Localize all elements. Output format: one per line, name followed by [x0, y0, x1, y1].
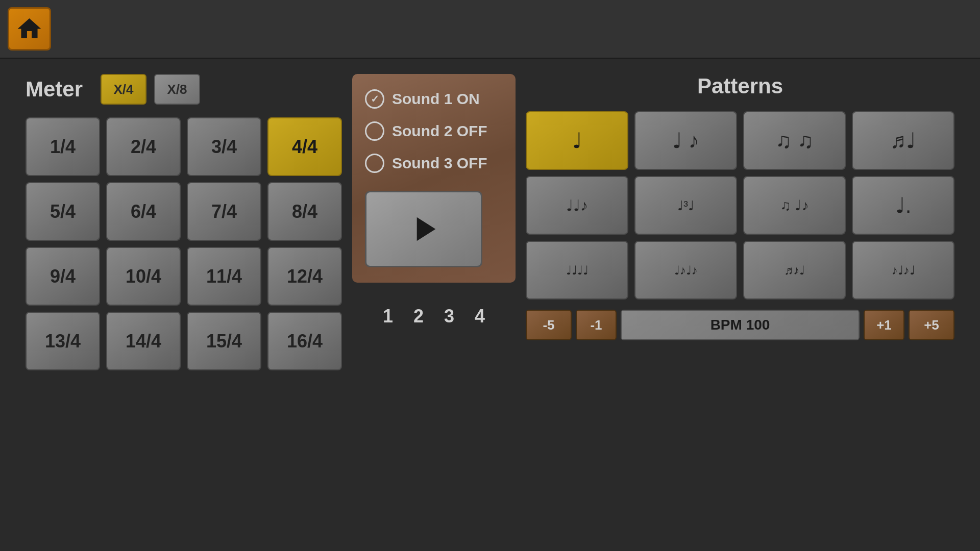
- pattern-note-10: ♩♪♩♪: [674, 264, 698, 277]
- pattern-note-4: ♬♩: [890, 130, 917, 152]
- meter-cell-13-4[interactable]: 13/4: [26, 312, 100, 370]
- sound-panel: Sound 1 ON Sound 2 OFF Sound 3 OFF: [352, 74, 516, 283]
- meter-cell-16-4[interactable]: 16/4: [267, 312, 342, 370]
- pattern-note-8: ♩.: [895, 195, 912, 216]
- home-button[interactable]: [8, 7, 51, 51]
- meter-cell-10-4[interactable]: 10/4: [106, 247, 181, 306]
- main-content: Meter X/4 X/8 1/4 2/4 3/4 4/4 5/4 6/4 7/…: [0, 59, 980, 551]
- page-4[interactable]: 4: [475, 306, 485, 327]
- bpm-minus5-button[interactable]: -5: [526, 310, 572, 340]
- page-1[interactable]: 1: [383, 306, 393, 327]
- meter-cell-15-4[interactable]: 15/4: [187, 312, 261, 370]
- sound-3-option[interactable]: Sound 3 OFF: [365, 154, 503, 173]
- page-numbers: 1 2 3 4: [383, 306, 485, 327]
- pattern-cell-11[interactable]: ♬♪♩: [743, 241, 846, 299]
- meter-title: Meter: [26, 77, 83, 102]
- pattern-note-5: ♩♩♪: [566, 198, 588, 213]
- pattern-note-2: ♩ ♪: [672, 130, 699, 152]
- pattern-cell-8[interactable]: ♩.: [852, 176, 954, 235]
- pattern-cell-10[interactable]: ♩♪♩♪: [634, 241, 737, 299]
- sound-1-radio[interactable]: [365, 89, 384, 109]
- home-icon: [15, 15, 43, 43]
- meter-header: Meter X/4 X/8: [26, 74, 342, 105]
- meter-cell-9-4[interactable]: 9/4: [26, 247, 100, 306]
- patterns-panel: Patterns ♩ ♩ ♪ ♫ ♫ ♬♩ ♩♩♪ ♩³♩ ♫: [526, 74, 954, 536]
- sound-2-radio[interactable]: [365, 121, 384, 141]
- pattern-cell-7[interactable]: ♫ ♩♪: [743, 176, 846, 235]
- meter-cell-11-4[interactable]: 11/4: [187, 247, 261, 306]
- pattern-note-6: ♩³♩: [677, 199, 694, 212]
- pattern-note-7: ♫ ♩♪: [780, 198, 809, 213]
- meter-x4-button[interactable]: X/4: [101, 74, 146, 105]
- pattern-note-1: ♩: [572, 130, 582, 152]
- bpm-display: BPM 100: [621, 310, 860, 340]
- meter-cell-2-4[interactable]: 2/4: [106, 117, 181, 176]
- pattern-cell-2[interactable]: ♩ ♪: [634, 111, 737, 170]
- play-button[interactable]: [365, 191, 482, 267]
- meter-cell-6-4[interactable]: 6/4: [106, 182, 181, 241]
- sound-3-label: Sound 3 OFF: [392, 155, 487, 172]
- pattern-note-3: ♫ ♫: [775, 130, 814, 152]
- patterns-grid: ♩ ♩ ♪ ♫ ♫ ♬♩ ♩♩♪ ♩³♩ ♫ ♩♪ ♩.: [526, 111, 954, 299]
- patterns-title: Patterns: [526, 74, 954, 98]
- pattern-cell-3[interactable]: ♫ ♫: [743, 111, 846, 170]
- bpm-plus1-button[interactable]: +1: [864, 310, 904, 340]
- meter-cell-5-4[interactable]: 5/4: [26, 182, 100, 241]
- sound-3-radio[interactable]: [365, 154, 384, 173]
- pattern-cell-1[interactable]: ♩: [526, 111, 628, 170]
- meter-cell-7-4[interactable]: 7/4: [187, 182, 261, 241]
- meter-cell-4-4[interactable]: 4/4: [267, 117, 342, 176]
- meter-cell-3-4[interactable]: 3/4: [187, 117, 261, 176]
- page-3[interactable]: 3: [444, 306, 454, 327]
- meter-panel: Meter X/4 X/8 1/4 2/4 3/4 4/4 5/4 6/4 7/…: [26, 74, 342, 536]
- meter-cell-8-4[interactable]: 8/4: [267, 182, 342, 241]
- pattern-cell-6[interactable]: ♩³♩: [634, 176, 737, 235]
- center-panel: Sound 1 ON Sound 2 OFF Sound 3 OFF 1 2: [352, 74, 516, 536]
- bpm-row: -5 -1 BPM 100 +1 +5: [526, 310, 954, 340]
- pattern-cell-9[interactable]: ♩♩♩♩: [526, 241, 628, 299]
- pattern-note-9: ♩♩♩♩: [566, 264, 589, 277]
- sound-2-option[interactable]: Sound 2 OFF: [365, 121, 503, 141]
- meter-grid: 1/4 2/4 3/4 4/4 5/4 6/4 7/4 8/4 9/4 10/4…: [26, 117, 342, 370]
- meter-cell-12-4[interactable]: 12/4: [267, 247, 342, 306]
- page-2[interactable]: 2: [413, 306, 424, 327]
- sound-1-label: Sound 1 ON: [392, 90, 480, 108]
- pattern-note-11: ♬♪♩: [784, 264, 805, 277]
- bpm-minus1-button[interactable]: -1: [576, 310, 617, 340]
- header: [0, 0, 980, 59]
- bpm-plus5-button[interactable]: +5: [909, 310, 954, 340]
- sound-1-option[interactable]: Sound 1 ON: [365, 89, 503, 109]
- meter-cell-14-4[interactable]: 14/4: [106, 312, 181, 370]
- meter-x8-button[interactable]: X/8: [154, 74, 200, 105]
- pattern-cell-5[interactable]: ♩♩♪: [526, 176, 628, 235]
- pattern-note-12: ♪♩♪♩: [892, 264, 915, 277]
- sound-2-label: Sound 2 OFF: [392, 122, 487, 140]
- meter-cell-1-4[interactable]: 1/4: [26, 117, 100, 176]
- pattern-cell-12[interactable]: ♪♩♪♩: [852, 241, 954, 299]
- pattern-cell-4[interactable]: ♬♩: [852, 111, 954, 170]
- play-icon: [403, 209, 444, 249]
